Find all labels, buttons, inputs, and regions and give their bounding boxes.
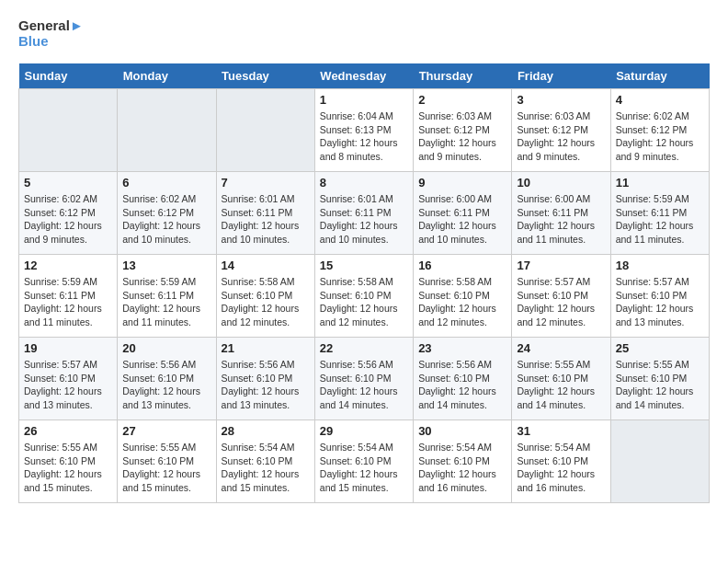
weekday-header: Thursday — [414, 63, 512, 89]
cell-info: Sunrise: 5:58 AM Sunset: 6:10 PM Dayligh… — [222, 275, 310, 329]
cell-info: Sunrise: 5:54 AM Sunset: 6:10 PM Dayligh… — [418, 441, 506, 495]
day-number: 25 — [616, 341, 704, 355]
calendar-cell: 7Sunrise: 6:01 AM Sunset: 6:11 PM Daylig… — [216, 172, 314, 255]
cell-info: Sunrise: 5:59 AM Sunset: 6:11 PM Dayligh… — [24, 275, 112, 329]
calendar-cell: 22Sunrise: 5:56 AM Sunset: 6:10 PM Dayli… — [314, 338, 413, 420]
day-number: 8 — [320, 176, 408, 190]
calendar-cell: 14Sunrise: 5:58 AM Sunset: 6:10 PM Dayli… — [216, 255, 314, 338]
cell-info: Sunrise: 5:59 AM Sunset: 6:11 PM Dayligh… — [616, 192, 704, 247]
calendar-cell: 19Sunrise: 5:57 AM Sunset: 6:10 PM Dayli… — [19, 338, 118, 420]
day-number: 30 — [418, 424, 506, 438]
day-number: 29 — [320, 424, 408, 438]
calendar-week-row: 26Sunrise: 5:55 AM Sunset: 6:10 PM Dayli… — [19, 420, 710, 503]
calendar-cell — [610, 420, 709, 503]
cell-info: Sunrise: 5:57 AM Sunset: 6:10 PM Dayligh… — [517, 275, 605, 329]
day-number: 28 — [222, 424, 310, 438]
day-number: 26 — [24, 424, 112, 438]
weekday-header: Monday — [118, 63, 216, 89]
cell-info: Sunrise: 5:56 AM Sunset: 6:10 PM Dayligh… — [320, 358, 408, 412]
weekday-header: Friday — [512, 63, 610, 89]
day-number: 31 — [517, 424, 605, 438]
cell-info: Sunrise: 6:01 AM Sunset: 6:11 PM Dayligh… — [222, 192, 310, 247]
day-number: 27 — [122, 424, 210, 438]
calendar-cell: 15Sunrise: 5:58 AM Sunset: 6:10 PM Dayli… — [314, 255, 413, 338]
calendar-cell: 26Sunrise: 5:55 AM Sunset: 6:10 PM Dayli… — [19, 420, 118, 503]
cell-info: Sunrise: 5:58 AM Sunset: 6:10 PM Dayligh… — [418, 275, 506, 329]
logo-text-blue: Blue — [18, 34, 84, 50]
calendar-cell: 30Sunrise: 5:54 AM Sunset: 6:10 PM Dayli… — [414, 420, 512, 503]
cell-info: Sunrise: 5:57 AM Sunset: 6:10 PM Dayligh… — [616, 275, 704, 329]
cell-info: Sunrise: 6:00 AM Sunset: 6:11 PM Dayligh… — [418, 192, 506, 247]
calendar-cell — [216, 89, 314, 172]
cell-info: Sunrise: 5:56 AM Sunset: 6:10 PM Dayligh… — [418, 358, 506, 412]
logo-text-general: General► — [18, 18, 84, 34]
cell-info: Sunrise: 5:57 AM Sunset: 6:10 PM Dayligh… — [24, 358, 112, 412]
cell-info: Sunrise: 5:54 AM Sunset: 6:10 PM Dayligh… — [222, 441, 310, 495]
day-number: 20 — [122, 341, 210, 355]
calendar-cell: 5Sunrise: 6:02 AM Sunset: 6:12 PM Daylig… — [19, 172, 118, 255]
calendar-cell: 3Sunrise: 6:03 AM Sunset: 6:12 PM Daylig… — [512, 89, 610, 172]
day-number: 1 — [320, 93, 408, 107]
calendar-cell: 29Sunrise: 5:54 AM Sunset: 6:10 PM Dayli… — [314, 420, 413, 503]
cell-info: Sunrise: 6:04 AM Sunset: 6:13 PM Dayligh… — [320, 109, 408, 164]
day-number: 17 — [517, 259, 605, 272]
weekday-header: Saturday — [610, 63, 709, 89]
day-number: 3 — [517, 93, 605, 107]
calendar-week-row: 12Sunrise: 5:59 AM Sunset: 6:11 PM Dayli… — [19, 255, 710, 338]
cell-info: Sunrise: 5:55 AM Sunset: 6:10 PM Dayligh… — [24, 441, 112, 495]
cell-info: Sunrise: 5:59 AM Sunset: 6:11 PM Dayligh… — [122, 275, 210, 329]
day-number: 11 — [616, 176, 704, 190]
weekday-header-row: SundayMondayTuesdayWednesdayThursdayFrid… — [19, 63, 710, 89]
cell-info: Sunrise: 5:55 AM Sunset: 6:10 PM Dayligh… — [616, 358, 704, 412]
calendar-cell: 20Sunrise: 5:56 AM Sunset: 6:10 PM Dayli… — [118, 338, 216, 420]
cell-info: Sunrise: 5:55 AM Sunset: 6:10 PM Dayligh… — [122, 441, 210, 495]
calendar-cell: 21Sunrise: 5:56 AM Sunset: 6:10 PM Dayli… — [216, 338, 314, 420]
calendar-cell: 13Sunrise: 5:59 AM Sunset: 6:11 PM Dayli… — [118, 255, 216, 338]
day-number: 21 — [222, 341, 310, 355]
calendar-cell: 23Sunrise: 5:56 AM Sunset: 6:10 PM Dayli… — [414, 338, 512, 420]
calendar-cell: 27Sunrise: 5:55 AM Sunset: 6:10 PM Dayli… — [118, 420, 216, 503]
calendar-cell: 4Sunrise: 6:02 AM Sunset: 6:12 PM Daylig… — [610, 89, 709, 172]
calendar-cell: 9Sunrise: 6:00 AM Sunset: 6:11 PM Daylig… — [414, 172, 512, 255]
calendar-cell: 8Sunrise: 6:01 AM Sunset: 6:11 PM Daylig… — [314, 172, 413, 255]
cell-info: Sunrise: 5:55 AM Sunset: 6:10 PM Dayligh… — [517, 358, 605, 412]
day-number: 13 — [122, 259, 210, 272]
cell-info: Sunrise: 6:03 AM Sunset: 6:12 PM Dayligh… — [418, 109, 506, 164]
day-number: 6 — [122, 176, 210, 190]
calendar-cell: 31Sunrise: 5:54 AM Sunset: 6:10 PM Dayli… — [512, 420, 610, 503]
day-number: 2 — [418, 93, 506, 107]
cell-info: Sunrise: 6:02 AM Sunset: 6:12 PM Dayligh… — [122, 192, 210, 247]
day-number: 19 — [24, 341, 112, 355]
day-number: 15 — [320, 259, 408, 272]
calendar-table: SundayMondayTuesdayWednesdayThursdayFrid… — [18, 63, 710, 503]
calendar-cell: 16Sunrise: 5:58 AM Sunset: 6:10 PM Dayli… — [414, 255, 512, 338]
calendar-cell: 28Sunrise: 5:54 AM Sunset: 6:10 PM Dayli… — [216, 420, 314, 503]
day-number: 23 — [418, 341, 506, 355]
cell-info: Sunrise: 6:02 AM Sunset: 6:12 PM Dayligh… — [616, 109, 704, 164]
calendar-week-row: 1Sunrise: 6:04 AM Sunset: 6:13 PM Daylig… — [19, 89, 710, 172]
calendar-week-row: 5Sunrise: 6:02 AM Sunset: 6:12 PM Daylig… — [19, 172, 710, 255]
cell-info: Sunrise: 5:58 AM Sunset: 6:10 PM Dayligh… — [320, 275, 408, 329]
calendar-cell: 25Sunrise: 5:55 AM Sunset: 6:10 PM Dayli… — [610, 338, 709, 420]
cell-info: Sunrise: 6:03 AM Sunset: 6:12 PM Dayligh… — [517, 109, 605, 164]
calendar-cell: 2Sunrise: 6:03 AM Sunset: 6:12 PM Daylig… — [414, 89, 512, 172]
calendar-cell: 11Sunrise: 5:59 AM Sunset: 6:11 PM Dayli… — [610, 172, 709, 255]
calendar-week-row: 19Sunrise: 5:57 AM Sunset: 6:10 PM Dayli… — [19, 338, 710, 420]
calendar-cell: 17Sunrise: 5:57 AM Sunset: 6:10 PM Dayli… — [512, 255, 610, 338]
day-number: 12 — [24, 259, 112, 272]
day-number: 22 — [320, 341, 408, 355]
day-number: 24 — [517, 341, 605, 355]
cell-info: Sunrise: 5:54 AM Sunset: 6:10 PM Dayligh… — [320, 441, 408, 495]
day-number: 18 — [616, 259, 704, 272]
calendar-cell: 24Sunrise: 5:55 AM Sunset: 6:10 PM Dayli… — [512, 338, 610, 420]
calendar-cell — [118, 89, 216, 172]
cell-info: Sunrise: 5:54 AM Sunset: 6:10 PM Dayligh… — [517, 441, 605, 495]
day-number: 14 — [222, 259, 310, 272]
cell-info: Sunrise: 6:01 AM Sunset: 6:11 PM Dayligh… — [320, 192, 408, 247]
day-number: 7 — [222, 176, 310, 190]
cell-info: Sunrise: 6:00 AM Sunset: 6:11 PM Dayligh… — [517, 192, 605, 247]
calendar-cell: 12Sunrise: 5:59 AM Sunset: 6:11 PM Dayli… — [19, 255, 118, 338]
weekday-header: Sunday — [19, 63, 118, 89]
calendar-cell: 6Sunrise: 6:02 AM Sunset: 6:12 PM Daylig… — [118, 172, 216, 255]
logo: General► Blue — [18, 18, 84, 49]
